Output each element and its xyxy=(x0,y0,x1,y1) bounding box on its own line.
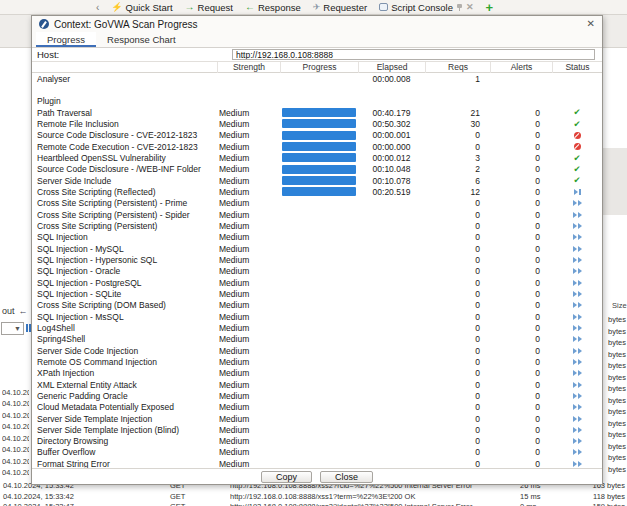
rule-status-cell xyxy=(552,302,602,308)
rule-reqs: 0 xyxy=(425,346,490,356)
rule-status-cell xyxy=(552,223,602,229)
scan-rule-row[interactable]: Source Code Disclosure - /WEB-INF Folder… xyxy=(32,164,602,175)
rule-alerts: 0 xyxy=(490,414,552,424)
scan-rule-row[interactable]: Analyser00:00.0081 xyxy=(32,73,602,84)
rule-name: Format String Error xyxy=(32,459,217,468)
scan-rule-row[interactable]: Buffer OverflowMedium00 xyxy=(32,447,602,458)
scan-rule-row[interactable]: Log4ShellMedium00 xyxy=(32,322,602,333)
scan-rule-row[interactable]: Remote File InclusionMedium00:50.302300✔ xyxy=(32,118,602,129)
progress-bar xyxy=(282,187,356,196)
rule-alerts: 0 xyxy=(490,357,552,367)
rule-strength: Medium xyxy=(217,142,280,152)
scan-rule-row[interactable]: Plugin xyxy=(32,96,602,107)
scan-rule-row[interactable]: Cross Site Scripting (Reflected)Medium00… xyxy=(32,186,602,197)
scan-rule-row[interactable]: Server Side Template InjectionMedium00 xyxy=(32,413,602,424)
scan-rule-row[interactable]: SQL Injection - SQLiteMedium00 xyxy=(32,288,602,299)
rule-name: Heartbleed OpenSSL Vulnerability xyxy=(32,153,217,163)
rule-name: Plugin xyxy=(32,96,217,106)
rule-progress-cell xyxy=(280,198,358,209)
filter-combobox-fragment[interactable]: ▼ xyxy=(1,322,24,335)
tab-requester[interactable]: ✈ Requester xyxy=(313,2,367,13)
scan-rule-row[interactable]: XML External Entity AttackMedium00 xyxy=(32,379,602,390)
rule-alerts: 0 xyxy=(490,436,552,446)
rule-strength: Medium xyxy=(217,176,280,186)
rule-alerts: 0 xyxy=(490,255,552,265)
copy-button[interactable]: Copy xyxy=(261,471,312,483)
status-pending-icon xyxy=(578,314,582,320)
history-status: 200 OK xyxy=(390,492,502,501)
scan-rule-row[interactable]: Spring4ShellMedium00 xyxy=(32,334,602,345)
arrow-left-icon: ← xyxy=(245,2,255,12)
scan-rule-row[interactable]: Cross Site Scripting (Persistent)Medium0… xyxy=(32,220,602,231)
tab-progress[interactable]: Progress xyxy=(36,32,96,47)
dialog-close-icon[interactable]: ✕ xyxy=(587,19,595,29)
rule-name: Cross Site Scripting (Reflected) xyxy=(32,187,217,197)
scan-rule-row[interactable]: Cross Site Scripting (DOM Based)Medium00 xyxy=(32,300,602,311)
scan-rule-row[interactable]: Cross Site Scripting (Persistent) - Spid… xyxy=(32,209,602,220)
scroll-left-chevron-icon[interactable]: ‹ xyxy=(96,2,99,13)
rule-status-cell xyxy=(552,246,602,252)
scan-rule-row[interactable] xyxy=(32,84,602,95)
scan-rule-row[interactable]: SQL Injection - MySQLMedium00 xyxy=(32,243,602,254)
close-button[interactable]: Close xyxy=(320,471,373,483)
rule-name: Analyser xyxy=(32,74,217,84)
scan-rule-row[interactable]: SQL Injection - PostgreSQLMedium00 xyxy=(32,277,602,288)
scan-rule-row[interactable]: Path TraversalMedium00:40.179210✔ xyxy=(32,107,602,118)
scan-rule-row[interactable]: Format String ErrorMedium00 xyxy=(32,458,602,468)
rule-reqs: 0 xyxy=(425,255,490,265)
rule-alerts: 0 xyxy=(490,380,552,390)
tab-response-chart[interactable]: Response Chart xyxy=(96,32,187,47)
status-skipped-icon xyxy=(574,132,581,139)
history-size: 159 bytes xyxy=(562,502,627,506)
tab-response[interactable]: ← Response xyxy=(245,2,301,13)
scan-rule-row[interactable]: Source Code Disclosure - CVE-2012-1823Me… xyxy=(32,130,602,141)
scan-rule-row[interactable]: Generic Padding OracleMedium00 xyxy=(32,390,602,401)
status-pending-icon xyxy=(578,416,582,422)
scan-rule-row[interactable]: SQL Injection - MsSQLMedium00 xyxy=(32,311,602,322)
scan-rule-row[interactable]: Heartbleed OpenSSL VulnerabilityMedium00… xyxy=(32,152,602,163)
scan-rule-row[interactable]: Remote Code Execution - CVE-2012-1823Med… xyxy=(32,141,602,152)
history-size-fragment: bytes xyxy=(608,430,626,439)
host-input[interactable] xyxy=(232,49,595,60)
scan-rule-row[interactable]: Server Side Code InjectionMedium00 xyxy=(32,345,602,356)
status-pending-icon xyxy=(573,359,577,365)
history-row[interactable]: 04.10.2024, 15:33:42GEThttp://192.168.0.… xyxy=(0,491,627,502)
tab-request[interactable]: → Request xyxy=(185,2,233,13)
scan-rule-row[interactable]: Cross Site Scripting (Persistent) - Prim… xyxy=(32,198,602,209)
history-size-fragment: bytes xyxy=(608,350,626,359)
history-size-fragment: bytes xyxy=(608,327,626,336)
rule-reqs: 0 xyxy=(425,312,490,322)
send-icon: ✈ xyxy=(313,3,321,12)
history-size-fragment: bytes xyxy=(608,465,626,474)
progress-bar xyxy=(282,176,356,185)
scan-rule-row[interactable]: SQL Injection - Hypersonic SQLMedium00 xyxy=(32,254,602,265)
close-tab-icon[interactable]: ✕ xyxy=(466,3,474,12)
scan-rule-row[interactable]: SQL Injection - OracleMedium00 xyxy=(32,266,602,277)
status-pending-icon xyxy=(573,348,577,354)
history-row[interactable]: 04.10.2024, 15:33:47GEThttp://192.168.0.… xyxy=(0,501,627,506)
scan-rule-row[interactable]: Remote OS Command InjectionMedium00 xyxy=(32,356,602,367)
status-pending-icon xyxy=(578,257,582,263)
history-date-fragment: 04.10.202 xyxy=(2,411,29,420)
column-status: Status xyxy=(552,62,602,73)
add-tab-icon[interactable]: + xyxy=(485,1,493,14)
tab-script-console[interactable]: Script Console ✕ xyxy=(379,2,473,13)
rule-strength: Medium xyxy=(217,436,280,446)
scan-rule-row[interactable]: Server Side Template Injection (Blind)Me… xyxy=(32,424,602,435)
scan-rule-row[interactable]: Directory BrowsingMedium00 xyxy=(32,436,602,447)
rule-reqs: 0 xyxy=(425,266,490,276)
rule-strength: Medium xyxy=(217,198,280,208)
rule-reqs: 6 xyxy=(425,176,490,186)
scan-rule-row[interactable]: XPath InjectionMedium00 xyxy=(32,368,602,379)
scan-rule-row[interactable]: Server Side IncludeMedium00:10.07860✔ xyxy=(32,175,602,186)
status-pending-icon xyxy=(578,393,582,399)
pin-icon[interactable] xyxy=(456,4,463,11)
rule-alerts: 0 xyxy=(490,153,552,163)
history-method: GET xyxy=(170,492,230,501)
tab-quick-start[interactable]: ⚡ Quick Start xyxy=(111,2,172,13)
rule-progress-cell xyxy=(280,209,358,220)
rule-strength: Medium xyxy=(217,334,280,344)
scan-rule-row[interactable]: Cloud Metadata Potentially ExposedMedium… xyxy=(32,402,602,413)
scan-rule-row[interactable]: SQL InjectionMedium00 xyxy=(32,232,602,243)
status-pending-icon xyxy=(573,257,577,263)
